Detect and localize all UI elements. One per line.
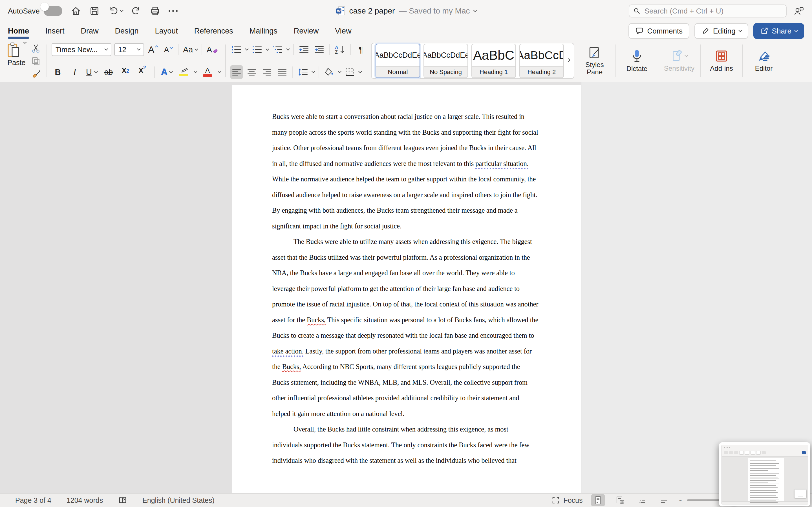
highlight-caret[interactable] [194, 69, 197, 73]
increase-indent-button[interactable] [313, 43, 325, 56]
font-size-select[interactable]: 12 [114, 43, 144, 56]
numbered-list-caret[interactable] [266, 47, 269, 51]
undo-menu-caret [120, 8, 123, 12]
line-spacing-button[interactable] [297, 65, 309, 79]
underline-button[interactable]: U [86, 65, 98, 79]
more-commands-button[interactable] [168, 10, 177, 12]
show-paragraph-marks-button[interactable]: ¶ [355, 43, 367, 56]
web-layout-view-button[interactable] [613, 494, 627, 506]
format-painter-button[interactable] [30, 67, 42, 80]
page-indicator[interactable]: Page 3 of 4 [15, 496, 51, 504]
tab-view[interactable]: View [335, 22, 351, 40]
redo-button[interactable] [132, 6, 142, 16]
screenshot-thumbnail[interactable] [719, 442, 810, 506]
draft-view-button[interactable] [657, 494, 671, 506]
align-left-button[interactable] [231, 65, 243, 79]
editing-label: Editing [713, 27, 735, 36]
word-count[interactable]: 1204 words [66, 496, 103, 504]
numbered-list-button[interactable] [251, 43, 263, 56]
bullet-list-caret[interactable] [245, 47, 249, 51]
bullet-list-button[interactable] [231, 43, 243, 56]
font-name-select[interactable]: Times New... [52, 43, 111, 56]
undo-button[interactable] [108, 6, 123, 16]
document-line: many people across the sports world stan… [272, 124, 547, 140]
document-page[interactable]: Bucks were able to start a conversation … [232, 85, 581, 493]
share-button[interactable]: Share [753, 23, 804, 39]
document-line: Bucks were able to start a conversation … [272, 109, 547, 124]
clear-formatting-button[interactable]: A [206, 43, 218, 56]
tab-insert[interactable]: Insert [45, 22, 64, 40]
text-effects-button[interactable]: A [160, 65, 173, 79]
change-case-button[interactable]: Aa [183, 43, 198, 56]
thumbnail-titlebar [722, 445, 808, 449]
autosave-toggle[interactable] [44, 6, 62, 16]
strikethrough-button[interactable]: ab [102, 65, 115, 79]
tab-layout[interactable]: Layout [155, 22, 178, 40]
style-heading-2[interactable]: AaBbCcDHeading 2 [519, 44, 564, 78]
autosave-label: AutoSave [8, 7, 40, 15]
style-heading-1[interactable]: AaBbCHeading 1 [471, 44, 516, 78]
editor-button[interactable]: Editor [748, 42, 780, 79]
comments-button[interactable]: Comments [628, 23, 689, 39]
tab-draw[interactable]: Draw [81, 22, 99, 40]
align-center-button[interactable] [246, 65, 258, 79]
focus-button[interactable]: Focus [552, 496, 582, 504]
tab-references[interactable]: References [194, 22, 233, 40]
line-spacing-caret[interactable] [312, 69, 315, 73]
shading-button[interactable] [323, 65, 336, 79]
print-button[interactable] [150, 6, 160, 16]
copy-button[interactable] [30, 55, 42, 68]
paint-bucket-icon [324, 68, 335, 76]
justify-button[interactable] [276, 65, 289, 79]
document-title-area[interactable]: W case 2 paper — Saved to my Mac [336, 6, 476, 16]
borders-caret[interactable] [358, 69, 362, 73]
italic-button[interactable]: I [68, 65, 81, 79]
multilevel-list-button[interactable] [271, 43, 284, 56]
save-button[interactable] [89, 6, 100, 16]
zoom-out-button[interactable]: - [679, 496, 682, 505]
paste-icon [7, 42, 21, 58]
styles-gallery-well: AaBbCcDdEeNormalAaBbCcDdEeNo SpacingAaBb… [371, 43, 574, 79]
align-right-button[interactable] [261, 65, 273, 79]
font-color-caret[interactable] [218, 69, 221, 73]
language-selector[interactable]: English (United States) [142, 496, 214, 504]
cut-button[interactable] [30, 42, 42, 55]
shrink-font-button[interactable]: A [162, 43, 174, 56]
document-line: Overall, the Bucks had little constraint… [272, 421, 547, 437]
style-normal[interactable]: AaBbCcDdEeNormal [375, 44, 420, 78]
sensitivity-button[interactable]: Sensitivity [663, 42, 696, 79]
tab-review[interactable]: Review [294, 22, 319, 40]
multilevel-list-caret[interactable] [286, 47, 290, 51]
dictate-button[interactable]: Dictate [620, 42, 653, 79]
print-layout-view-button[interactable] [591, 494, 605, 506]
cut-icon [31, 44, 41, 53]
style-preview: AaBbCcDdEe [376, 44, 419, 66]
highlight-button[interactable] [177, 65, 190, 79]
search-input[interactable] [644, 6, 782, 16]
styles-pane-button[interactable]: Styles Pane [578, 42, 611, 79]
outline-view-button[interactable] [635, 494, 649, 506]
subscript-button[interactable]: x2 [119, 65, 132, 79]
borders-button[interactable] [344, 65, 356, 79]
shading-caret[interactable] [338, 69, 342, 73]
tab-mailings[interactable]: Mailings [250, 22, 277, 40]
font-color-button[interactable]: A [201, 65, 214, 79]
home-button[interactable] [71, 6, 81, 16]
pencil-icon [701, 27, 710, 35]
sort-button[interactable]: AZ [334, 43, 346, 56]
feedback-button[interactable] [794, 6, 804, 16]
bold-button[interactable]: B [52, 65, 64, 79]
grow-font-button[interactable]: A [147, 43, 159, 56]
superscript-button[interactable]: x2 [136, 65, 149, 79]
decrease-indent-button[interactable] [298, 43, 310, 56]
gallery-expand-chevron[interactable] [567, 58, 570, 62]
addins-button[interactable]: Add-ins [705, 42, 738, 79]
proofing-status-button[interactable] [118, 496, 127, 504]
print-layout-icon [594, 496, 603, 505]
paste-button[interactable]: Paste [7, 42, 26, 67]
search-box[interactable] [629, 4, 786, 17]
tab-design[interactable]: Design [115, 22, 139, 40]
editing-mode-button[interactable]: Editing [695, 23, 748, 39]
tab-home[interactable]: Home [8, 22, 29, 40]
style-no-spacing[interactable]: AaBbCcDdEeNo Spacing [423, 44, 468, 78]
